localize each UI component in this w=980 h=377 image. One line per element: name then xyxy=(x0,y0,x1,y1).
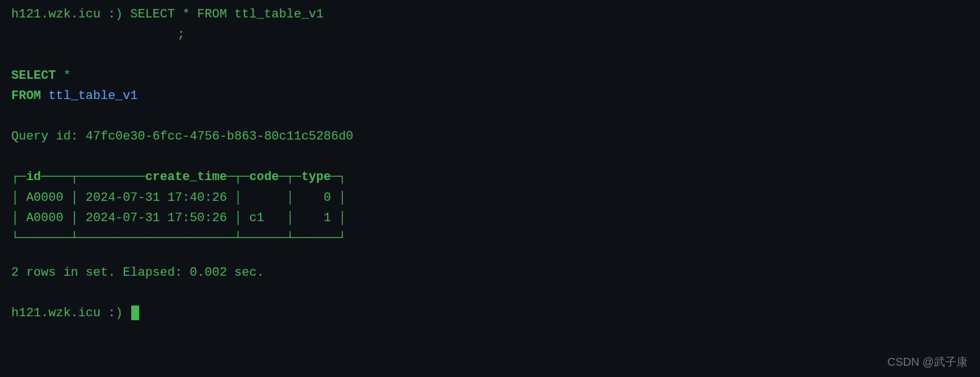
echoed-query-line2: FROM ttl_table_v1 xyxy=(11,86,969,106)
keyword-select: SELECT xyxy=(11,69,56,83)
result-table: ┌─id────┬─────────create_time─┬─code─┬─t… xyxy=(11,167,969,249)
result-summary: 2 rows in set. Elapsed: 0.002 sec. xyxy=(11,263,969,283)
terminal-prompt[interactable]: h121.wzk.icu :) xyxy=(11,303,969,324)
table-row: │ A0000 │ 2024-07-31 17:40:26 │ │ 0 │ xyxy=(11,188,969,208)
terminal-input-line1: h121.wzk.icu :) SELECT * FROM ttl_table_… xyxy=(11,5,969,25)
select-star: * xyxy=(56,69,70,83)
table-row: │ A0000 │ 2024-07-31 17:50:26 │ c1 │ 1 │ xyxy=(11,208,969,228)
terminal-input-line2: ; xyxy=(11,25,969,45)
table-row: └───────┴─────────────────────┴──────┴──… xyxy=(11,228,969,249)
table-identifier: ttl_table_v1 xyxy=(41,89,138,103)
watermark: CSDN @武子康 xyxy=(887,353,968,371)
query-id-line: Query id: 47fc0e30-6fcc-4756-b863-80c11c… xyxy=(11,127,969,147)
prompt-text: h121.wzk.icu :) xyxy=(11,306,130,320)
table-row: ┌─id────┬─────────create_time─┬─code─┬─t… xyxy=(11,167,969,187)
keyword-from: FROM xyxy=(11,89,41,103)
echoed-query-line1: SELECT * xyxy=(11,66,969,86)
query-id-value: 47fc0e30-6fcc-4756-b863-80c11c5286d0 xyxy=(86,129,353,143)
cursor xyxy=(131,306,139,320)
query-id-label: Query id: xyxy=(11,129,86,143)
